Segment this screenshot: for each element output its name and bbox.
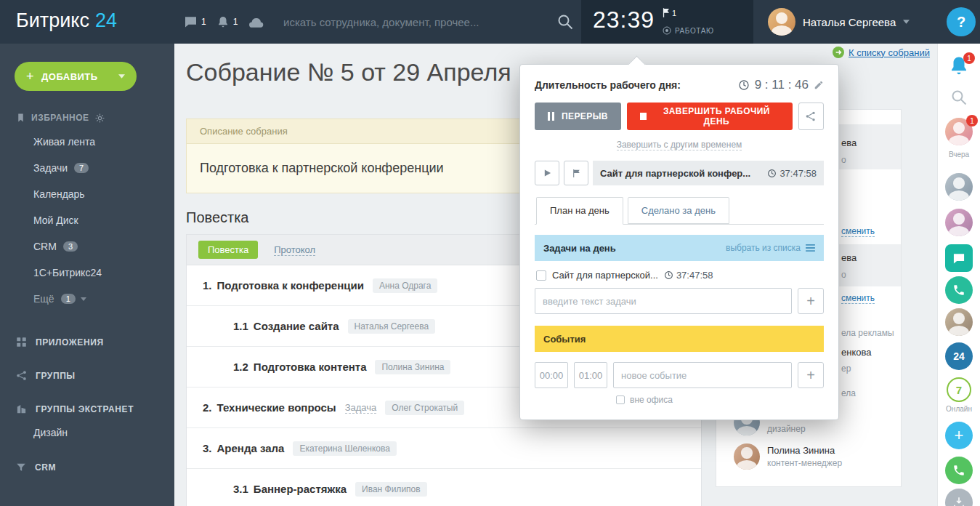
event-time-to-input[interactable] (574, 362, 607, 388)
participant-role: дизайнер (767, 424, 830, 434)
participant-name[interactable]: Полина Зинина (767, 445, 842, 456)
sidebar: + ДОБАВИТЬ ИЗБРАННОЕ Живая лента Задачи7… (0, 44, 174, 506)
notifications-count[interactable]: 1 (233, 17, 238, 27)
sidebar-item-tasks[interactable]: Задачи7 (0, 155, 174, 181)
pause-icon (548, 112, 554, 121)
current-task-title: Сайт для партнерской конфер... (600, 168, 750, 179)
agenda-item-person[interactable]: Екатерина Шеленкова (293, 441, 397, 456)
chat-icon[interactable] (184, 15, 198, 28)
sidebar-item-apps[interactable]: ПРИЛОЖЕНИЯ (0, 337, 174, 348)
bell-icon[interactable] (216, 15, 230, 29)
sidebar-section-label: ПРИЛОЖЕНИЯ (36, 337, 104, 348)
agenda-item-person[interactable]: Наталья Сергеева (348, 319, 436, 334)
add-event-button[interactable]: + (798, 362, 824, 388)
user-avatar[interactable] (768, 8, 795, 36)
app-logo[interactable]: Битрикс24 (16, 9, 117, 32)
download-icon[interactable] (945, 489, 973, 506)
finish-day-button[interactable]: ЗАВЕРШИТЬ РАБОЧИЙ ДЕНЬ (627, 103, 793, 130)
search-input[interactable] (283, 16, 551, 28)
agenda-item-title: Аренда зала (217, 442, 285, 454)
finish-button-label: ЗАВЕРШИТЬ РАБОЧИЙ ДЕНЬ (654, 106, 779, 126)
agenda-item[interactable]: 3.1 Баннер-растяжка Иван Филипов (187, 469, 701, 506)
invite-plus-icon[interactable]: + (945, 422, 973, 449)
sidebar-item-extranet-groups[interactable]: ГРУППЫ ЭКСТРАНЕТ (0, 403, 174, 414)
tab-protocol[interactable]: Протокол (274, 244, 315, 256)
tab-day-done[interactable]: Сделано за день (628, 197, 729, 224)
sidebar-item-crm-section[interactable]: CRM (0, 462, 174, 473)
sidebar-item-groups[interactable]: ГРУППЫ (0, 370, 174, 381)
recent-chat-avatar[interactable] (945, 209, 973, 238)
finish-other-time-link[interactable]: Завершить с другим временем (617, 140, 742, 150)
agenda-item[interactable]: 3. Аренда зала Екатерина Шеленкова (187, 428, 701, 469)
cloud-icon[interactable] (248, 17, 264, 28)
sidebar-item-my-disk[interactable]: Мой Диск (0, 207, 174, 233)
telephony-icon[interactable] (945, 276, 973, 304)
recent-chat-avatar[interactable]: 1 (945, 118, 973, 148)
tasks-banner-title: Задачи на день (543, 243, 616, 254)
user-name[interactable]: Наталья Сергеева (803, 16, 896, 28)
task-link[interactable]: Задача (345, 402, 377, 414)
current-task-bar[interactable]: Сайт для партнерской конфер... 37:47:58 (593, 161, 824, 185)
search-icon[interactable] (950, 89, 968, 106)
current-task-time: 37:47:58 (779, 168, 817, 179)
flag-counter[interactable]: 1 (663, 8, 676, 17)
pencil-icon[interactable] (814, 80, 824, 90)
choose-from-list-link[interactable]: выбрать из списка (726, 243, 815, 253)
change-link[interactable]: сменить (841, 226, 875, 237)
gear-icon[interactable] (95, 113, 105, 123)
sidebar-item-more[interactable]: Ещё1 (0, 286, 174, 312)
notifications-bell-icon[interactable]: 1 (948, 55, 970, 77)
online-counter[interactable]: 7 (947, 377, 971, 402)
agenda-item-person[interactable]: Иван Филипов (355, 482, 427, 497)
finish-flag-icon[interactable] (564, 161, 588, 185)
worktime-widget[interactable]: 23:39 1 РАБОТАЮ (581, 0, 753, 44)
logo-text-1: Битрикс (16, 9, 89, 31)
event-time-from-input[interactable] (535, 362, 568, 388)
sidebar-item-1c-bitrix24[interactable]: 1С+Битрикс24 (0, 260, 174, 286)
agenda-item-person[interactable]: Полина Зинина (375, 360, 450, 374)
bitrix24-network-icon[interactable]: 24 (945, 342, 973, 370)
clock-time[interactable]: 23:39 (593, 7, 655, 33)
add-task-button[interactable]: + (798, 288, 824, 314)
sidebar-item-crm[interactable]: CRM3 (0, 233, 174, 260)
add-button[interactable]: + ДОБАВИТЬ (15, 62, 137, 91)
crm-badge: 3 (63, 241, 78, 252)
agenda-item-person[interactable]: Анна Одрага (373, 278, 437, 293)
messenger-app-icon[interactable] (945, 244, 973, 272)
page-title: Собрание № 5 от 29 Апреля (186, 58, 511, 87)
sidebar-item-live-feed[interactable]: Живая лента (0, 129, 174, 155)
chevron-down-icon (81, 297, 86, 301)
yesterday-label: Вчера (949, 150, 969, 158)
break-button[interactable]: ПЕРЕРЫВ (535, 103, 621, 130)
task-item-label[interactable]: Сайт для партнерской... (552, 270, 658, 281)
chat-count[interactable]: 1 (201, 17, 206, 27)
new-event-input[interactable] (613, 362, 792, 388)
tab-day-plan[interactable]: План на день (536, 197, 623, 225)
sidebar-section-label: ГРУППЫ ЭКСТРАНЕТ (36, 404, 134, 414)
sidebar-item-design[interactable]: Дизайн (0, 422, 174, 443)
play-icon[interactable] (535, 161, 559, 185)
help-button[interactable]: ? (947, 7, 976, 36)
recent-chat-avatar[interactable] (945, 308, 973, 338)
work-status[interactable]: РАБОТАЮ (663, 26, 714, 35)
meetings-list-link[interactable]: К списку собраний (833, 47, 930, 58)
participant-row[interactable]: Полина Зинина контент-менеджер (734, 443, 842, 470)
change-link[interactable]: сменить (841, 293, 875, 304)
sidebar-item-label: Ещё (33, 293, 54, 305)
agenda-item-person[interactable]: Олег Строкатый (385, 401, 464, 415)
user-menu[interactable]: Наталья Сергеева (768, 0, 910, 44)
out-of-office-checkbox[interactable] (616, 395, 625, 404)
online-label: Онлайн (946, 405, 972, 413)
participant-name-fragment: ева (841, 137, 857, 148)
call-icon[interactable] (945, 457, 973, 484)
search-icon[interactable] (556, 13, 574, 31)
tab-agenda[interactable]: Повестка (198, 241, 258, 259)
sidebar-item-calendar[interactable]: Календарь (0, 181, 174, 207)
share-button[interactable] (798, 103, 824, 130)
recent-chat-avatar[interactable] (945, 173, 973, 203)
new-task-row: + (535, 288, 824, 314)
break-button-label: ПЕРЕРЫВ (562, 111, 608, 121)
agenda-item-number: 1.2 (233, 361, 248, 373)
new-task-input[interactable] (535, 288, 792, 314)
task-checkbox[interactable] (536, 270, 546, 281)
